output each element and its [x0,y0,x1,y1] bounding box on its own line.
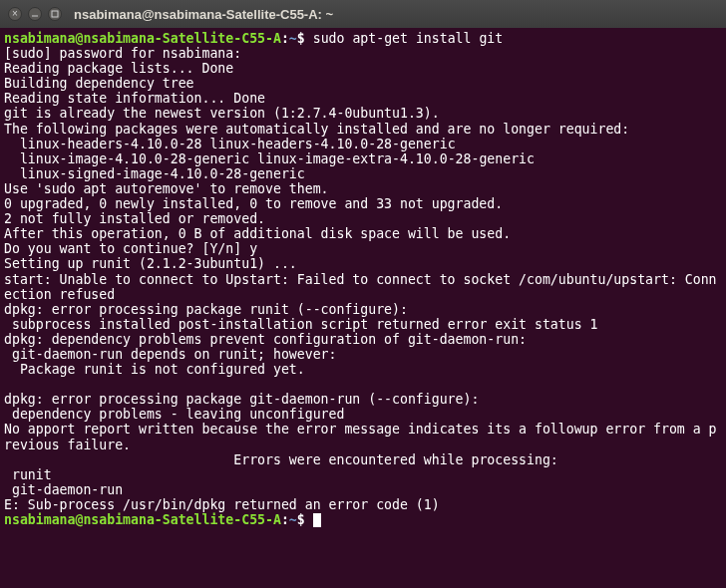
titlebar: nsabimana@nsabimana-Satellite-C55-A: ~ [0,0,726,28]
maximize-icon[interactable] [48,7,62,21]
terminal[interactable]: nsabimana@nsabimana-Satellite-C55-A:~$ s… [0,28,726,530]
terminal-output: [sudo] password for nsabimana: Reading p… [4,46,717,512]
minimize-icon[interactable] [28,7,42,21]
command-text [305,31,313,46]
prompt-colon-2: : [281,512,289,527]
prompt-path: ~ [289,31,297,46]
prompt-dollar: $ [297,31,305,46]
prompt-dollar-2: $ [297,512,305,527]
command: sudo apt-get install git [313,31,504,46]
prompt-user-host: nsabimana@nsabimana-Satellite-C55-A [4,31,281,46]
cursor [313,513,321,527]
window-title: nsabimana@nsabimana-Satellite-C55-A: ~ [74,7,333,22]
prompt-path-2: ~ [289,512,297,527]
prompt-user-host-2: nsabimana@nsabimana-Satellite-C55-A [4,512,281,527]
prompt-colon: : [281,31,289,46]
close-icon[interactable] [8,7,22,21]
